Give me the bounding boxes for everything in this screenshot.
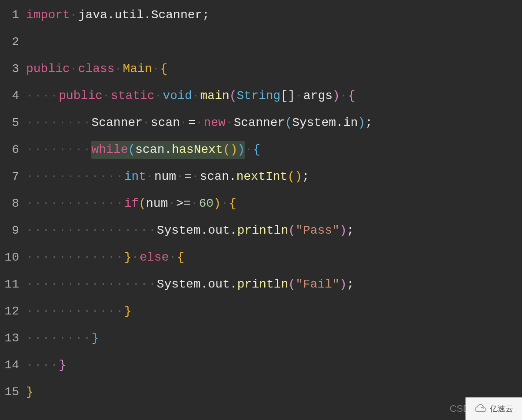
code-line: ····public·static·void·main(String[]·arg…: [26, 83, 522, 109]
code-content[interactable]: import·java.util.Scanner; public·class·M…: [26, 2, 522, 406]
indent-dots: ············: [26, 302, 124, 321]
line-number: 10: [0, 244, 19, 271]
brace-open: {: [348, 87, 356, 105]
brace-close: }: [91, 329, 99, 347]
line-number: 15: [0, 379, 19, 406]
code-line: ············if(num·>=·60)·{: [26, 190, 522, 217]
whitespace-dot: ·: [146, 168, 154, 186]
system-out: System.out.: [157, 222, 237, 240]
var-num: num: [154, 168, 176, 186]
line-number: 3: [0, 56, 19, 83]
package-path: java.util.Scanner;: [78, 6, 209, 24]
parens: (): [287, 168, 302, 186]
brace-open: {: [229, 195, 236, 213]
keyword-int: int: [124, 168, 146, 186]
line-number: 7: [0, 163, 19, 190]
var-num: num: [146, 195, 168, 213]
whitespace-dot: ·: [131, 248, 140, 267]
method-println: println: [237, 275, 289, 294]
line-number: 5: [0, 109, 19, 136]
code-line: ········while(scan.hasNext())·{: [26, 136, 522, 163]
system-in: System.in: [292, 114, 358, 132]
operator-gte: >=: [176, 195, 191, 213]
semicolon: ;: [347, 222, 354, 240]
line-number: 11: [0, 271, 19, 298]
keyword-static: static: [111, 87, 155, 105]
parens: (): [223, 143, 238, 156]
keyword-class: class: [78, 60, 115, 78]
cloud-icon: [474, 403, 487, 414]
paren-close: ): [358, 114, 365, 132]
whitespace-dot: ·: [196, 114, 204, 132]
line-number: 2: [0, 29, 19, 56]
whitespace-dot: ·: [70, 60, 78, 78]
code-editor[interactable]: 1 2 3 4 5 6 7 8 9 10 11 12 13 14 15 impo…: [0, 0, 522, 407]
semicolon: ;: [347, 275, 354, 294]
whitespace-dot: ·: [155, 87, 163, 105]
scan-ref: scan.: [200, 168, 236, 186]
code-line: import·java.util.Scanner;: [26, 2, 522, 29]
code-line: ············}·else·{: [26, 244, 522, 271]
paren-close: ): [339, 275, 347, 294]
whitespace-dot: ·: [221, 195, 229, 213]
paren-open: (: [285, 114, 292, 132]
code-line: ················System.out.println("Fail…: [26, 271, 522, 298]
whitespace-dot: ·: [192, 168, 200, 186]
indent-dots: ····: [26, 87, 59, 105]
indent-dots: ············: [26, 168, 124, 186]
code-line: ········Scanner·scan·=·new·Scanner(Syste…: [26, 109, 522, 136]
type-scanner: Scanner: [91, 114, 143, 132]
code-line: ················System.out.println("Pass…: [26, 217, 522, 244]
code-line: ········}: [26, 325, 522, 352]
indent-dots: ············: [26, 195, 124, 213]
code-line: }: [26, 379, 522, 406]
param-args: args: [303, 87, 332, 105]
line-number: 8: [0, 190, 19, 217]
indent-dots: ····: [26, 356, 59, 374]
whitespace-dot: ·: [245, 141, 253, 159]
whitespace-dot: ·: [168, 195, 176, 213]
paren-close: ): [213, 195, 221, 213]
keyword-import: import: [26, 6, 70, 24]
keyword-while: while: [91, 143, 128, 156]
code-line: [26, 29, 522, 56]
code-line: ············int·num·=·scan.nextInt();: [26, 163, 522, 190]
highlighted-region: while(scan.hasNext()): [91, 141, 245, 159]
whitespace-dot: ·: [295, 87, 303, 105]
indent-dots: ············: [26, 248, 124, 267]
indent-dots: ········: [26, 114, 91, 132]
scan-ref: scan.: [135, 143, 172, 156]
brace-open: {: [253, 141, 260, 159]
paren-open: (: [288, 222, 296, 240]
paren-close: ): [332, 87, 340, 105]
string-literal: "Fail": [296, 275, 339, 294]
keyword-else: else: [140, 248, 169, 267]
ctor-scanner: Scanner: [234, 114, 285, 132]
whitespace-dot: ·: [143, 114, 151, 132]
type-string: String: [237, 87, 281, 105]
line-number: 4: [0, 83, 19, 109]
keyword-public: public: [26, 60, 70, 78]
paren-open: (: [229, 87, 237, 105]
line-number: 9: [0, 217, 19, 244]
class-name: Main: [123, 60, 152, 78]
brackets: []: [280, 87, 295, 105]
method-nextint: nextInt: [236, 168, 288, 186]
indent-dots: ················: [26, 275, 157, 294]
whitespace-dot: ·: [191, 195, 199, 213]
indent-dots: ················: [26, 222, 157, 240]
keyword-if: if: [124, 195, 139, 213]
keyword-void: void: [163, 87, 192, 105]
whitespace-dot: ·: [180, 114, 188, 132]
equals: =: [184, 168, 192, 186]
brace-close: }: [124, 302, 132, 321]
line-number: 6: [0, 136, 19, 163]
watermark-text: 亿速云: [490, 403, 513, 415]
line-number: 13: [0, 325, 19, 352]
whitespace-dot: ·: [152, 60, 160, 78]
string-literal: "Pass": [296, 222, 339, 240]
watermark-badge: 亿速云: [465, 397, 522, 420]
line-number-gutter: 1 2 3 4 5 6 7 8 9 10 11 12 13 14 15: [0, 2, 26, 406]
brace-close: }: [59, 356, 66, 374]
line-number: 1: [0, 2, 19, 29]
